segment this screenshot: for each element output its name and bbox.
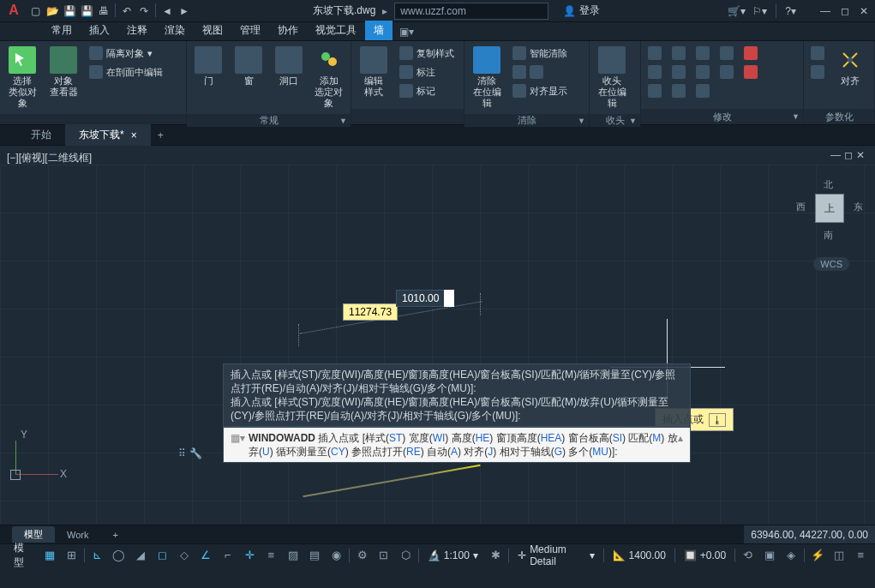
drawing-viewport[interactable]: [−][俯视][二维线框] — ◻ ✕ 11274.73 1010.00 插入点… — [0, 146, 875, 525]
tab-annotate[interactable]: 注释 — [118, 21, 156, 40]
sb-snap-icon[interactable]: ⊞ — [63, 547, 81, 564]
param-btn-1[interactable] — [807, 45, 828, 62]
sb-model-button[interactable]: 模型 — [9, 541, 37, 570]
share-icon[interactable]: ⚐▾ — [752, 5, 767, 17]
sb-ducs-icon[interactable]: ⌐ — [219, 547, 237, 564]
modify-btn-4[interactable] — [668, 45, 689, 62]
sb-qp-icon[interactable]: ▤ — [305, 547, 323, 564]
vp-close-icon[interactable]: ✕ — [856, 149, 865, 161]
sb-elevation[interactable]: 📐 1400.00 — [608, 549, 671, 561]
tag-button[interactable]: 标记 — [396, 82, 458, 99]
undo-icon[interactable]: ↶ — [119, 3, 135, 19]
edit-in-section-button[interactable]: 在剖面中编辑 — [86, 63, 166, 81]
open-icon[interactable]: 📂 — [45, 3, 60, 19]
sb-polar-icon[interactable]: ◯ — [110, 547, 128, 564]
sb-persp-icon[interactable]: ⬡ — [397, 547, 415, 564]
tab-manage[interactable]: 管理 — [231, 21, 269, 40]
cart-icon[interactable]: 🛒▾ — [728, 5, 746, 17]
sb-detail[interactable]: ✛ Medium Detail ▾ — [512, 543, 600, 567]
param-btn-2[interactable] — [807, 63, 828, 81]
sb-dyn-icon[interactable]: ✛ — [240, 547, 258, 564]
sb-osnap-icon[interactable]: ◻ — [153, 547, 171, 564]
tab-collaborate[interactable]: 协作 — [269, 21, 307, 40]
title-dropdown-icon[interactable]: ▸ — [382, 5, 387, 17]
sb-cutplane[interactable]: 🔲 +0.00 — [679, 549, 731, 561]
panel-title-general[interactable]: 常规▼ — [187, 114, 351, 127]
doc-tab-file[interactable]: 东坡下载*× — [65, 124, 151, 146]
tab-home[interactable]: 常用 — [43, 21, 81, 40]
modify-btn-8[interactable] — [692, 63, 713, 81]
sb-iso-icon[interactable]: ◢ — [132, 547, 150, 564]
opening-button[interactable]: 洞口 — [271, 45, 308, 88]
dynamic-input-field[interactable] — [444, 290, 454, 307]
modify-btn-12[interactable] — [740, 45, 761, 62]
cleanup-misc-button[interactable] — [509, 63, 571, 81]
align-button[interactable]: 对齐 — [831, 45, 869, 88]
sb-units-icon[interactable]: ⊡ — [375, 547, 393, 564]
viewcube-top[interactable]: 上 — [815, 194, 844, 223]
modify-btn-7[interactable] — [692, 45, 713, 62]
redo-icon[interactable]: ↷ — [136, 3, 152, 19]
login-button[interactable]: 👤 登录 — [563, 3, 600, 18]
sb-3dosnap-icon[interactable]: ◇ — [175, 547, 193, 564]
command-window[interactable]: ⠿ 🔧 插入点或 [样式(ST)/宽度(WI)/高度(HE)/窗顶高度(HEA)… — [223, 363, 691, 463]
viewport-label[interactable]: [−][俯视][二维线框] — [7, 151, 92, 165]
sb-ortho-icon[interactable]: ⊾ — [88, 547, 106, 564]
view-cube[interactable]: 北 南 西 东 上 — [800, 178, 860, 238]
modify-btn-6[interactable] — [668, 82, 689, 99]
modify-btn-5[interactable] — [668, 63, 689, 81]
add-selected-button[interactable]: 添加 选定对象 — [310, 45, 347, 111]
save-icon[interactable]: 💾 — [62, 3, 77, 19]
close-button[interactable]: ✕ — [860, 5, 868, 17]
window-button[interactable]: 窗 — [231, 45, 267, 88]
tab-insert[interactable]: 插入 — [81, 21, 118, 40]
sb-hw-icon[interactable]: ⚡ — [808, 547, 826, 564]
vp-maximize-icon[interactable]: ◻ — [844, 149, 853, 161]
select-similar-button[interactable]: 选择 类似对象 — [3, 45, 41, 111]
align-display-button[interactable]: 对齐显示 — [509, 82, 571, 99]
modify-btn-9[interactable] — [692, 82, 713, 99]
modify-btn-1[interactable] — [644, 45, 665, 62]
layout-add[interactable]: + — [100, 528, 129, 542]
modify-btn-2[interactable] — [644, 63, 665, 81]
panel-title-modify[interactable]: 修改▼ — [641, 109, 803, 124]
tab-wall[interactable]: 墙 — [365, 21, 393, 40]
new-icon[interactable]: ▢ — [27, 3, 43, 19]
tab-view[interactable]: 视图 — [194, 21, 231, 40]
cleanup-inplace-button[interactable]: 清除 在位编辑 — [468, 45, 506, 111]
sb-anno-icon[interactable]: ✱ — [487, 547, 505, 564]
layout-work[interactable]: Work — [55, 528, 100, 542]
door-button[interactable]: 门 — [190, 45, 227, 88]
close-tab-icon[interactable]: × — [131, 129, 137, 141]
modify-btn-13[interactable] — [740, 63, 761, 81]
sb-grid-icon[interactable]: ▦ — [40, 547, 58, 564]
object-viewer-button[interactable]: 对象 查看器 — [45, 45, 82, 99]
dimension-button[interactable]: 标注 — [396, 63, 458, 81]
print-icon[interactable]: 🖶 — [96, 3, 111, 19]
add-tab-button[interactable]: + — [151, 126, 171, 145]
sb-custom-icon[interactable]: ≡ — [852, 547, 870, 564]
doc-tab-start[interactable]: 开始 — [17, 124, 65, 146]
sb-surface-icon[interactable]: ▣ — [760, 547, 778, 564]
smart-cleanup-button[interactable]: 智能清除 — [509, 45, 571, 62]
sb-clean-icon[interactable]: ◫ — [830, 547, 848, 564]
nav-back-icon[interactable]: ◄ — [159, 3, 175, 19]
cmd-expand-icon[interactable]: ▴ — [678, 431, 683, 445]
tab-overflow-icon[interactable]: ▣▾ — [393, 23, 421, 40]
minimize-button[interactable]: — — [820, 5, 830, 17]
copy-style-button[interactable]: 复制样式 — [396, 45, 458, 62]
maximize-button[interactable]: ◻ — [841, 5, 849, 17]
sb-scale[interactable]: 🔬 1:100 ▾ — [423, 549, 483, 561]
cmd-drag-icon[interactable]: ⠿ — [178, 447, 186, 459]
edit-style-button[interactable]: 编辑 样式 — [355, 45, 393, 99]
sb-otrack-icon[interactable]: ∠ — [197, 547, 215, 564]
tab-render[interactable]: 渲染 — [156, 21, 194, 40]
sb-layer-icon[interactable]: ◈ — [782, 547, 800, 564]
panel-title-cleanup[interactable]: 清除▼ — [464, 114, 589, 127]
sb-ws-icon[interactable]: ⚙ — [353, 547, 371, 564]
sb-replace-icon[interactable]: ⟲ — [739, 547, 757, 564]
modify-btn-11[interactable] — [716, 63, 737, 81]
help-icon[interactable]: ?▾ — [785, 5, 796, 17]
vp-minimize-icon[interactable]: — — [830, 149, 841, 161]
command-input[interactable]: ▦▾ WINDOWADD 插入点或 [样式(ST) 宽度(WI) 高度(HE) … — [223, 427, 691, 463]
